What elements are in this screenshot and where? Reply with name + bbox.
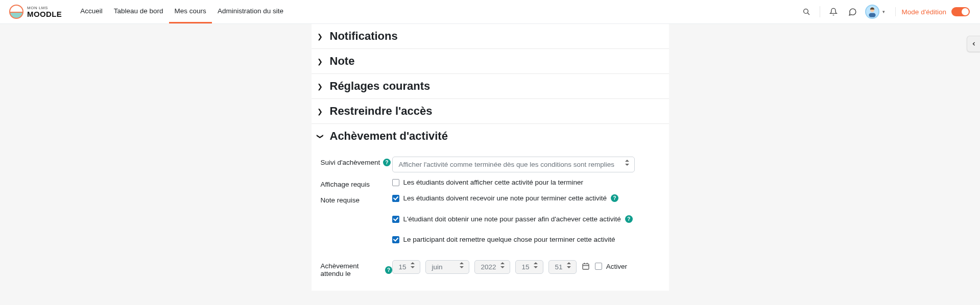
help-icon[interactable]: ?: [625, 215, 633, 223]
section-restrict-access[interactable]: ❯ Restreindre l'accès: [312, 99, 669, 124]
require-submit-checkbox[interactable]: [392, 236, 399, 243]
chevron-right-icon: ❯: [317, 108, 324, 115]
section-title: Restreindre l'accès: [330, 105, 433, 118]
chevron-right-icon: ❯: [317, 58, 324, 65]
completion-tracking-select[interactable]: Afficher l'activité comme terminée dès q…: [392, 157, 635, 172]
svg-point-0: [803, 9, 808, 14]
logo-text: MON LMS MOODLE: [27, 6, 62, 18]
section-title: Note: [330, 55, 355, 68]
require-submit-text: Le participant doit remettre quelque cho…: [403, 236, 615, 243]
section-title: Achèvement d'activité: [330, 130, 448, 143]
completion-panel: Suivi d'achèvement ? Afficher l'activité…: [312, 148, 669, 281]
section-activity-completion[interactable]: ❯ Achèvement d'activité: [312, 124, 669, 148]
section-grade[interactable]: ❯ Note: [312, 49, 669, 74]
date-day-select[interactable]: 15: [392, 260, 420, 274]
section-common-settings[interactable]: ❯ Réglages courants: [312, 74, 669, 99]
date-minute-select[interactable]: 51: [548, 260, 577, 274]
require-view-label: Affichage requis: [321, 181, 370, 188]
search-icon[interactable]: [799, 5, 814, 19]
date-enable-label: Activer: [606, 263, 627, 270]
help-icon[interactable]: ?: [611, 194, 618, 202]
require-view-checkbox[interactable]: [392, 179, 399, 186]
chevron-down-icon: ❯: [316, 133, 324, 140]
nav-courses[interactable]: Mes cours: [169, 0, 212, 23]
require-pass-checkbox[interactable]: [392, 216, 399, 223]
svg-line-1: [807, 13, 809, 15]
date-month-select[interactable]: juin: [425, 260, 469, 274]
require-grade-label: Note requise: [321, 196, 360, 204]
chevron-down-icon: ▾: [882, 9, 885, 14]
require-grade-checkbox[interactable]: [392, 195, 399, 202]
nav-admin[interactable]: Administration du site: [212, 0, 289, 23]
divider: [820, 6, 820, 17]
expected-completion-label: Achèvement attendu le: [321, 262, 383, 277]
help-icon[interactable]: ?: [385, 266, 392, 274]
right-panel-toggle[interactable]: [967, 36, 980, 52]
messages-icon[interactable]: [846, 5, 860, 19]
edit-mode-label: Mode d'édition: [902, 8, 946, 16]
nav-home[interactable]: Accueil: [75, 0, 108, 23]
date-year-select[interactable]: 2022: [474, 260, 510, 274]
calendar-icon[interactable]: [582, 262, 590, 272]
edit-mode: Mode d'édition: [895, 7, 970, 16]
svg-rect-4: [583, 264, 589, 269]
help-icon[interactable]: ?: [383, 159, 391, 166]
chevron-right-icon: ❯: [317, 83, 324, 90]
site-logo[interactable]: MON LMS MOODLE: [9, 5, 62, 19]
require-view-text: Les étudiants doivent afficher cette act…: [403, 179, 583, 186]
require-pass-text: L'étudiant doit obtenir une note pour pa…: [403, 215, 621, 223]
chevron-right-icon: ❯: [317, 33, 324, 40]
date-enable-checkbox[interactable]: [595, 263, 602, 270]
require-grade-text: Les étudiants doivent recevoir une note …: [403, 194, 607, 202]
section-title: Notifications: [330, 30, 398, 43]
section-title: Réglages courants: [330, 80, 431, 93]
logo-mark: [9, 5, 23, 19]
notifications-icon[interactable]: [826, 5, 841, 19]
avatar: [865, 5, 879, 19]
nav-dashboard[interactable]: Tableau de bord: [108, 0, 169, 23]
date-hour-select[interactable]: 15: [515, 260, 543, 274]
user-menu[interactable]: ▾: [865, 5, 885, 19]
svg-rect-3: [869, 13, 875, 17]
logo-line2: MOODLE: [27, 10, 62, 18]
main-nav: Accueil Tableau de bord Mes cours Admini…: [75, 0, 289, 23]
edit-mode-toggle[interactable]: [951, 7, 970, 16]
completion-tracking-label: Suivi d'achèvement: [321, 159, 380, 166]
section-notifications[interactable]: ❯ Notifications: [312, 24, 669, 49]
completion-tracking-value: Afficher l'activité comme terminée dès q…: [399, 161, 615, 168]
